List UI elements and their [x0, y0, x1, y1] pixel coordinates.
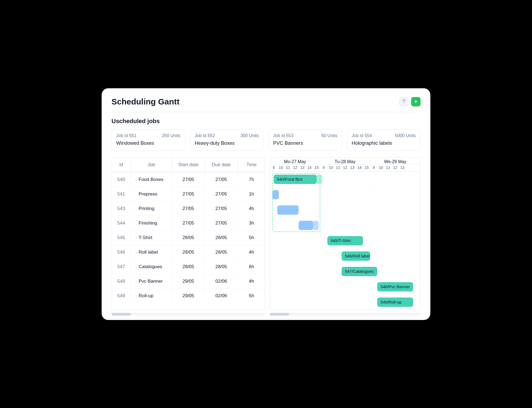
unscheduled-card[interactable]: Job id 55350 UnitsPVC Banners	[268, 129, 342, 151]
card-name: Heavy-duty Boxes	[195, 140, 259, 146]
cell-due: 27/05	[205, 187, 238, 201]
gantt-row	[270, 202, 420, 218]
gantt-bar[interactable]: 548/Pvc Banner	[377, 282, 413, 291]
unscheduled-title: Uscheduled jobs	[111, 118, 421, 125]
gantt-chart: Mo-27 MayTu-28 MayWe-29 May 910111213141…	[270, 157, 421, 310]
gantt-day-label: Tu-28 May	[320, 158, 370, 164]
cell-due: 27/05	[205, 172, 238, 187]
card-id: Job id 553	[273, 133, 293, 138]
gantt-row: 545/T-Shirt	[270, 233, 420, 248]
gantt-scrollbar[interactable]	[270, 313, 421, 316]
gantt-bar[interactable]: 547/Catalogues	[342, 267, 377, 276]
cell-time: 4h	[238, 201, 265, 216]
gantt-hour-label: 12	[342, 165, 349, 171]
gantt-hour-label: 10	[327, 165, 334, 171]
gantt-hour-label: 15	[363, 165, 370, 171]
cell-id: 540	[112, 172, 131, 187]
card-id: Job id 554	[352, 133, 372, 138]
card-name: Holographic labels	[352, 140, 416, 146]
gantt-hour-label: 13	[399, 165, 406, 171]
unscheduled-card[interactable]: Job id 552300 UnitsHeavy-duty Boxes	[190, 129, 264, 151]
table-header: Id Job Start date Due date Time	[112, 158, 265, 172]
gantt-day-label: We-29 May	[370, 158, 420, 164]
cell-time: 6h	[238, 259, 265, 274]
gantt-hour-label: 14	[306, 165, 313, 171]
table-row[interactable]: 544Finishing27/0527/053h	[112, 216, 265, 230]
expand-icon[interactable]: ›	[135, 250, 138, 254]
table-row[interactable]: 543Printing27/0527/054h	[112, 201, 265, 216]
card-name: Windowed Boxes	[116, 140, 181, 146]
cell-id: 548	[112, 274, 131, 288]
cell-id: 544	[112, 216, 131, 230]
gantt-hour-label: 12	[291, 165, 299, 171]
gantt-bar[interactable]	[272, 190, 279, 199]
cell-due: 02/06	[205, 288, 238, 303]
unscheduled-card[interactable]: Job id 551250 UnitsWindowed Boxes	[111, 129, 185, 151]
gantt-bar[interactable]: 546/Roll label	[342, 251, 370, 261]
table-row[interactable]: 547›Catalogues28/0528/056h	[112, 259, 265, 274]
gantt-hour-label: 10	[277, 165, 284, 171]
gantt-body[interactable]: 540/Food Box545/T-Shirt546/Roll label547…	[270, 172, 420, 310]
cell-time: 5h	[238, 288, 265, 303]
expand-icon[interactable]: ⌄	[135, 178, 138, 182]
cell-start: 29/05	[172, 274, 205, 288]
cell-job: ⌄Food Boxes	[131, 172, 172, 187]
table-row[interactable]: 545›T-Shirt28/0528/055h	[112, 230, 265, 245]
gantt-bar[interactable]	[277, 205, 299, 215]
help-button[interactable]: ?	[399, 97, 408, 106]
cell-start: 28/05	[172, 259, 205, 274]
cell-job: Prepress	[131, 187, 172, 201]
table-row[interactable]: 549›Roll-up29/0502/065h	[112, 288, 265, 303]
gantt-bar[interactable]: 549/Roll-up	[377, 298, 413, 307]
expand-icon[interactable]: ›	[135, 265, 138, 269]
cell-job: Printing	[131, 201, 172, 216]
cell-id: 546	[112, 245, 131, 259]
cell-start: 27/05	[172, 201, 205, 216]
expand-icon[interactable]: ›	[135, 236, 138, 240]
gantt-hour-label: 14	[356, 165, 363, 171]
cell-id: 543	[112, 201, 131, 216]
gantt-hour-label: 9	[270, 165, 277, 171]
gantt-bar[interactable]: 545/T-Shirt	[327, 236, 363, 245]
cell-job: ›Pvc Banner	[131, 274, 172, 288]
gantt-days: Mo-27 MayTu-28 MayWe-29 May	[270, 158, 420, 165]
add-button[interactable]: +	[411, 97, 421, 106]
expand-icon[interactable]: ›	[135, 294, 138, 298]
cell-start: 29/05	[172, 288, 205, 303]
cell-start: 28/05	[172, 245, 205, 259]
cell-time: 4h	[238, 245, 265, 259]
card-id: Job id 551	[116, 133, 136, 138]
card-name: PVC Banners	[273, 140, 337, 146]
cell-start: 27/05	[172, 172, 205, 187]
cell-time: 1h	[238, 187, 265, 201]
table-scrollbar[interactable]	[111, 313, 265, 316]
table-row[interactable]: 540⌄Food Boxes27/0527/057h	[112, 172, 265, 187]
scroll-tracks	[111, 313, 421, 316]
expand-icon[interactable]: ›	[135, 279, 138, 283]
gantt-scroll-thumb[interactable]	[270, 313, 289, 316]
cell-start: 27/05	[172, 216, 205, 230]
cell-start: 28/05	[172, 230, 205, 245]
gantt-bar[interactable]: 540/Food Box	[274, 175, 317, 184]
gantt-row	[270, 187, 420, 202]
table-row[interactable]: 541Prepress27/0527/051h	[112, 187, 265, 201]
gantt-row: 547/Catalogues	[270, 264, 420, 279]
table-row[interactable]: 546›Roll label28/0528/054h	[112, 245, 265, 259]
header: Scheduling Gantt ? +	[111, 97, 421, 112]
cell-due: 27/05	[205, 201, 238, 216]
unscheduled-card[interactable]: Job id 5545000 UnitsHolographic labels	[347, 129, 421, 151]
table-row[interactable]: 548›Pvc Banner29/0502/064h	[112, 274, 265, 288]
gantt-hour-label	[413, 165, 420, 171]
cell-time: 4h	[238, 274, 265, 288]
cell-job: Finishing	[131, 216, 172, 230]
table-scroll-thumb[interactable]	[111, 313, 131, 316]
gantt-hour-label: 13	[349, 165, 356, 171]
gantt-bar[interactable]	[299, 221, 313, 230]
plus-icon: +	[414, 99, 418, 105]
cell-due: 28/05	[205, 259, 238, 274]
card-units: 250 Units	[162, 133, 181, 138]
page-title: Scheduling Gantt	[111, 97, 179, 106]
app-window: Scheduling Gantt ? + Uscheduled jobs Job…	[102, 88, 430, 320]
gantt-hour-label: 10	[377, 165, 384, 171]
cell-due: 02/06	[205, 274, 238, 288]
